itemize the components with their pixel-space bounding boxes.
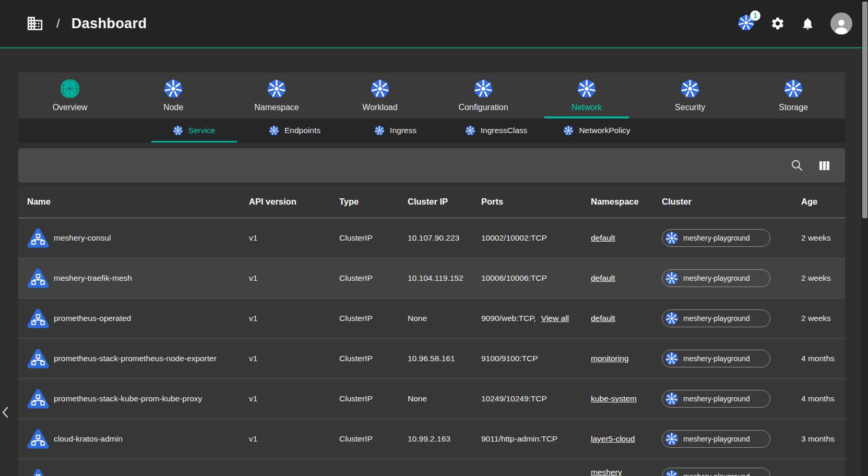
ports-value: 10249/10249:TCP — [481, 394, 547, 403]
ports-value: 10006/10006:TCP — [481, 273, 547, 283]
column-header-ports[interactable]: Ports — [481, 197, 591, 207]
table-row[interactable]: prometheus-stack-prometheus-node-exporte… — [18, 339, 845, 379]
namespace-cell: meshery — [591, 468, 662, 476]
tab-overview[interactable]: Overview — [18, 73, 122, 118]
service-name-cell: prometheus-operated — [27, 307, 249, 329]
service-triangle-icon — [27, 267, 49, 289]
tab-storage[interactable]: Storage — [742, 73, 845, 118]
table-row[interactable]: prometheus-operatedv1ClusterIPNone9090/w… — [18, 299, 845, 339]
header-actions: 1 — [738, 13, 868, 34]
cluster-chip[interactable]: meshery-playground — [662, 269, 770, 287]
kubernetes-icon — [577, 79, 597, 99]
subtab-service[interactable]: Service — [144, 118, 244, 142]
kubernetes-icon — [173, 125, 183, 136]
namespace-cell: default — [591, 314, 662, 323]
namespace-cell: default — [591, 233, 662, 243]
ports-value: 9090/web:TCP, — [481, 314, 536, 323]
selected-subtab-indicator — [151, 141, 236, 142]
table-row[interactable]: meshery-consulv1ClusterIP10.107.90.22310… — [18, 218, 845, 258]
column-header-name[interactable]: Name — [27, 197, 249, 207]
namespace-link[interactable]: default — [591, 273, 662, 283]
namespace-cell: monitoring — [591, 354, 662, 363]
view-columns-button[interactable] — [817, 159, 831, 173]
cluster-chip[interactable]: meshery-playground — [662, 468, 770, 476]
cluster-cell: meshery-playground — [662, 390, 801, 408]
service-name-cell: prometheus-stack-prometheus-node-exporte… — [27, 348, 249, 370]
kubernetes-icon — [370, 79, 390, 99]
cluster-cell: meshery-playground — [662, 229, 801, 247]
cluster-chip-label: meshery-playground — [683, 395, 750, 403]
service-name-cell — [27, 468, 249, 476]
table-row[interactable]: meshery-traefik-meshv1ClusterIP10.104.11… — [18, 258, 845, 299]
ports-cell: 9100/9100:TCP — [481, 354, 591, 363]
subtab-endpoints[interactable]: Endpoints — [244, 118, 345, 142]
kubernetes-icon — [680, 79, 700, 99]
tab-label: Overview — [53, 103, 88, 112]
search-button[interactable] — [790, 159, 804, 172]
namespace-link[interactable]: default — [591, 233, 662, 243]
cluster-chip[interactable]: meshery-playground — [662, 229, 770, 247]
cluster-chip-label: meshery-playground — [683, 472, 750, 476]
age-cell: 3 months — [801, 434, 845, 444]
type-cell: ClusterIP — [339, 434, 408, 444]
service-triangle-icon — [27, 428, 49, 450]
namespace-cell: kube-system — [591, 394, 662, 403]
column-header-api-version[interactable]: API version — [249, 197, 339, 207]
meshery-mesh-icon — [60, 79, 80, 99]
subtab-ingressclass[interactable]: IngressClass — [446, 118, 546, 142]
type-cell: ClusterIP — [339, 233, 408, 243]
user-avatar[interactable] — [830, 13, 852, 34]
cluster-cell: meshery-playground — [662, 468, 801, 476]
namespace-link[interactable]: meshery — [591, 468, 662, 476]
api-version-cell: v1 — [249, 394, 339, 403]
cluster-chip[interactable]: meshery-playground — [662, 430, 770, 448]
age-cell: 4 months — [801, 354, 845, 363]
service-name-cell: meshery-consul — [27, 227, 249, 249]
person-icon — [833, 17, 850, 34]
column-header-age[interactable]: Age — [801, 197, 845, 207]
cluster-chip-label: meshery-playground — [683, 234, 750, 242]
subtab-label: IngressClass — [481, 126, 528, 135]
type-cell: ClusterIP — [339, 354, 408, 363]
resource-category-tabs: Overview Node Namespace Workload — [18, 73, 845, 118]
view-columns-icon — [817, 159, 831, 173]
organization-buildings-icon[interactable] — [26, 15, 44, 32]
subtab-ingress[interactable]: Ingress — [345, 118, 446, 142]
namespace-link[interactable]: monitoring — [591, 354, 662, 363]
cluster-chip[interactable]: meshery-playground — [662, 390, 770, 408]
collapse-panel-chevron-icon[interactable] — [1, 406, 9, 419]
column-header-namespace[interactable]: Namespace — [591, 197, 662, 207]
kubernetes-icon — [267, 79, 287, 99]
cluster-ip-cell: 10.104.119.152 — [408, 273, 481, 283]
namespace-link[interactable]: default — [591, 314, 662, 323]
ports-cell: 9090/web:TCP,View all — [481, 314, 591, 323]
kubernetes-icon — [665, 231, 679, 245]
table-row[interactable]: prometheus-stack-kube-prom-kube-proxyv1C… — [18, 379, 845, 419]
column-header-type[interactable]: Type — [339, 197, 408, 207]
notifications-button[interactable] — [801, 17, 815, 31]
tab-namespace[interactable]: Namespace — [225, 73, 328, 118]
cluster-cell: meshery-playground — [662, 350, 801, 367]
table-row[interactable]: cloud-kratos-adminv1ClusterIP10.99.2.163… — [18, 419, 845, 459]
column-header-cluster-ip[interactable]: Cluster IP — [408, 197, 481, 207]
scrollbar-thumb[interactable] — [862, 2, 867, 218]
tab-configuration[interactable]: Configuration — [432, 73, 535, 118]
table-row[interactable]: meshery meshery-playground — [18, 459, 845, 476]
service-name: meshery-traefik-mesh — [54, 273, 132, 283]
tab-label: Security — [675, 103, 705, 112]
tab-workload[interactable]: Workload — [328, 73, 432, 118]
kubernetes-connections-button[interactable]: 1 — [738, 14, 755, 33]
namespace-link[interactable]: layer5-cloud — [591, 434, 662, 444]
cluster-chip[interactable]: meshery-playground — [662, 350, 770, 367]
view-all-ports-link[interactable]: View all — [541, 314, 569, 323]
tab-network[interactable]: Network — [535, 73, 638, 118]
tab-security[interactable]: Security — [638, 73, 742, 118]
subtab-networkpolicy[interactable]: NetworkPolicy — [546, 118, 647, 142]
settings-button[interactable] — [770, 16, 785, 31]
namespace-link[interactable]: kube-system — [591, 394, 662, 403]
settings-gear-icon — [770, 16, 785, 31]
cluster-chip[interactable]: meshery-playground — [662, 310, 770, 327]
tab-node[interactable]: Node — [122, 73, 225, 118]
tab-label: Storage — [779, 103, 808, 112]
column-header-cluster[interactable]: Cluster — [662, 197, 801, 207]
